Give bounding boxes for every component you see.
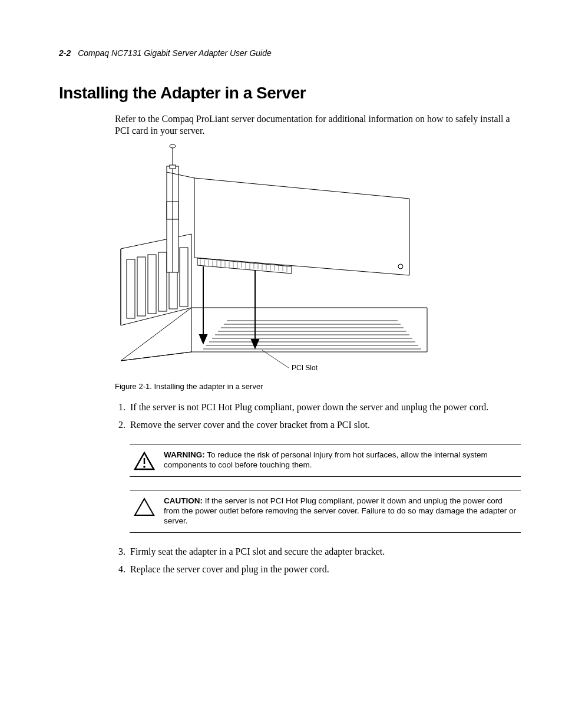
book-title: Compaq NC7131 Gigabit Server Adapter Use… <box>78 48 272 58</box>
svg-point-32 <box>170 144 176 148</box>
intro-paragraph: Refer to the Compaq ProLiant server docu… <box>115 113 521 137</box>
step-3: Firmly seat the adapter in a PCI slot an… <box>128 546 521 558</box>
svg-rect-5 <box>180 248 188 307</box>
svg-rect-3 <box>158 252 167 311</box>
caution-box: CAUTION: If the server is not PCI Hot Pl… <box>130 490 521 533</box>
step-2: Remove the server cover and the cover br… <box>128 419 521 431</box>
figure-block: PCI Slot Figure 2-1. Installing the adap… <box>115 143 521 391</box>
svg-line-38 <box>262 350 289 368</box>
step-4: Replace the server cover and plug in the… <box>128 564 521 575</box>
section-title: Installing the Adapter in a Server <box>59 84 521 103</box>
caution-icon <box>133 496 156 516</box>
running-header: 2-2 Compaq NC7131 Gigabit Server Adapter… <box>59 48 521 58</box>
svg-rect-2 <box>148 255 156 314</box>
step-1: If the server is not PCI Hot Plug compli… <box>128 401 521 413</box>
figure-caption: Figure 2-1. Installing the adapter in a … <box>115 382 521 391</box>
svg-marker-42 <box>135 499 154 515</box>
warning-icon <box>133 450 156 470</box>
page-number: 2-2 <box>59 48 71 58</box>
caution-label: CAUTION: <box>164 496 203 505</box>
warning-body: To reduce the risk of personal injury fr… <box>164 450 488 469</box>
svg-rect-0 <box>127 259 135 318</box>
svg-rect-1 <box>137 257 146 316</box>
warning-box: WARNING: To reduce the risk of personal … <box>130 444 521 477</box>
step-list: If the server is not PCI Hot Plug compli… <box>115 401 521 431</box>
figure-callout: PCI Slot <box>292 364 318 372</box>
step-list-continued: Firmly seat the adapter in a PCI slot an… <box>115 546 521 575</box>
caution-body: If the server is not PCI Hot Plug compli… <box>164 496 516 525</box>
svg-point-41 <box>143 466 146 468</box>
figure-illustration: PCI Slot <box>115 143 445 378</box>
caution-text: CAUTION: If the server is not PCI Hot Pl… <box>164 496 517 526</box>
svg-rect-33 <box>170 165 176 169</box>
warning-text: WARNING: To reduce the risk of personal … <box>164 450 517 470</box>
warning-label: WARNING: <box>164 450 205 459</box>
